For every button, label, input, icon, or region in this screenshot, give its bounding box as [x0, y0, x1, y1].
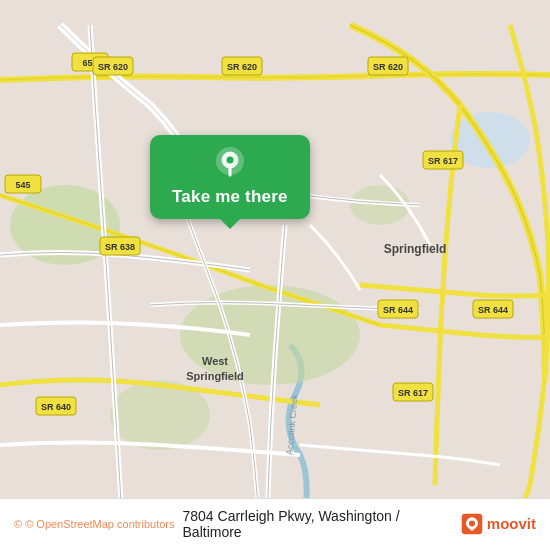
- map-tooltip[interactable]: Take me there: [150, 135, 310, 219]
- svg-text:SR 644: SR 644: [478, 305, 508, 315]
- svg-point-34: [226, 157, 233, 164]
- svg-text:545: 545: [15, 180, 30, 190]
- location-pin-icon: [212, 145, 248, 181]
- take-me-there-button[interactable]: Take me there: [172, 187, 288, 207]
- tooltip-bubble[interactable]: Take me there: [150, 135, 310, 219]
- moovit-brand-text: moovit: [487, 515, 536, 532]
- map-container: 651 SR 620 SR 620 SR 620 SR 617 SR 638 S…: [0, 0, 550, 550]
- svg-text:SR 620: SR 620: [98, 62, 128, 72]
- bottom-bar: © © OpenStreetMap contributors 7804 Carr…: [0, 498, 550, 550]
- svg-text:West: West: [202, 355, 228, 367]
- svg-text:SR 617: SR 617: [428, 156, 458, 166]
- svg-text:SR 638: SR 638: [105, 242, 135, 252]
- svg-rect-0: [0, 25, 550, 525]
- moovit-logo-icon: [460, 512, 484, 536]
- openstreetmap-credit: © © OpenStreetMap contributors: [14, 518, 175, 530]
- svg-text:SR 617: SR 617: [398, 388, 428, 398]
- moovit-logo: moovit: [460, 512, 536, 536]
- svg-text:Springfield: Springfield: [186, 370, 243, 382]
- svg-text:SR 640: SR 640: [41, 402, 71, 412]
- svg-text:SR 644: SR 644: [383, 305, 413, 315]
- svg-text:Springfield: Springfield: [384, 242, 447, 256]
- attribution-text: © OpenStreetMap contributors: [25, 518, 174, 530]
- address-text: 7804 Carrleigh Pkwy, Washington / Baltim…: [183, 508, 452, 540]
- svg-text:SR 620: SR 620: [227, 62, 257, 72]
- map-svg: 651 SR 620 SR 620 SR 620 SR 617 SR 638 S…: [0, 0, 550, 550]
- svg-text:SR 620: SR 620: [373, 62, 403, 72]
- svg-point-36: [469, 520, 475, 526]
